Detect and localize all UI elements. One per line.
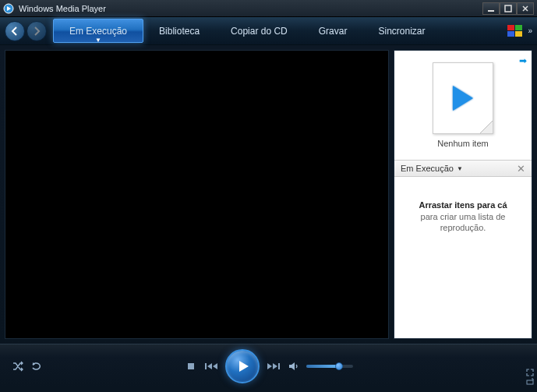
tabs: Em Execução ▼ Biblioteca Copiar do CD Gr… — [53, 17, 507, 44]
window-controls — [482, 2, 534, 15]
titlebar: Windows Media Player — [0, 0, 537, 17]
tab-burn[interactable]: Gravar — [303, 17, 363, 44]
view-fullscreen-icon[interactable] — [526, 369, 534, 376]
playback-bar — [0, 344, 537, 387]
maximize-button[interactable] — [500, 2, 517, 15]
svg-rect-3 — [507, 25, 514, 30]
volume-thumb[interactable] — [335, 362, 343, 370]
nav-forward-button[interactable] — [26, 21, 47, 41]
playlist-empty-state[interactable]: Arrastar itens para cá para criar uma li… — [394, 177, 532, 338]
next-button[interactable] — [267, 362, 280, 371]
more-chevron-icon[interactable]: » — [528, 26, 532, 35]
tab-sync[interactable]: Sincronizar — [362, 17, 440, 44]
video-viewport — [5, 50, 389, 339]
windows-flag-icon[interactable] — [507, 25, 523, 37]
svg-rect-9 — [278, 363, 280, 369]
content-area: ➡ Nenhum item Em Execução ▼ ✕ Arrastar i… — [0, 45, 537, 344]
thumbnail-label: Nenhum item — [437, 139, 488, 148]
svg-rect-1 — [488, 10, 494, 12]
svg-rect-8 — [205, 363, 207, 369]
toolbar: Em Execução ▼ Biblioteca Copiar do CD Gr… — [0, 17, 537, 45]
tab-label: Biblioteca — [159, 26, 200, 37]
album-art-area: ➡ Nenhum item — [394, 51, 532, 160]
empty-subtitle: para criar uma lista de reprodução. — [407, 211, 519, 234]
repeat-button[interactable] — [31, 361, 42, 372]
shuffle-button[interactable] — [12, 361, 23, 372]
play-icon — [453, 86, 473, 111]
svg-rect-4 — [515, 25, 522, 30]
playlist-title: Em Execução — [401, 164, 454, 173]
playlist-sidebar: ➡ Nenhum item Em Execução ▼ ✕ Arrastar i… — [394, 50, 532, 339]
clear-playlist-icon[interactable]: ✕ — [517, 163, 525, 175]
stop-button[interactable] — [185, 362, 197, 371]
tab-label: Sincronizar — [378, 26, 425, 37]
view-compact-icon[interactable] — [526, 378, 534, 386]
tab-rip[interactable]: Copiar do CD — [215, 17, 303, 44]
volume-slider[interactable] — [306, 365, 353, 368]
tab-label: Copiar do CD — [231, 26, 288, 37]
app-icon — [3, 3, 14, 14]
close-button[interactable] — [517, 2, 534, 15]
tab-label: Em Execução — [69, 26, 127, 37]
tab-library[interactable]: Biblioteca — [143, 17, 215, 44]
chevron-down-icon: ▼ — [95, 37, 101, 44]
svg-rect-6 — [515, 31, 522, 37]
previous-button[interactable] — [205, 362, 217, 371]
volume-fill — [306, 365, 337, 368]
svg-rect-2 — [505, 5, 511, 12]
play-button[interactable] — [225, 349, 260, 383]
svg-rect-7 — [188, 363, 194, 369]
tab-now-playing[interactable]: Em Execução ▼ — [53, 19, 143, 43]
next-arrow-icon[interactable]: ➡ — [519, 55, 527, 66]
mute-button[interactable] — [288, 361, 299, 372]
placeholder-thumbnail — [433, 62, 493, 134]
svg-rect-5 — [507, 31, 514, 37]
empty-title: Arrastar itens para cá — [419, 200, 507, 210]
svg-rect-10 — [527, 380, 533, 384]
app-title: Windows Media Player — [19, 4, 106, 13]
tab-label: Gravar — [319, 26, 348, 37]
chevron-down-icon: ▼ — [457, 165, 463, 172]
playlist-header[interactable]: Em Execução ▼ ✕ — [394, 160, 532, 177]
nav-back-button[interactable] — [5, 21, 25, 41]
minimize-button[interactable] — [482, 2, 500, 15]
